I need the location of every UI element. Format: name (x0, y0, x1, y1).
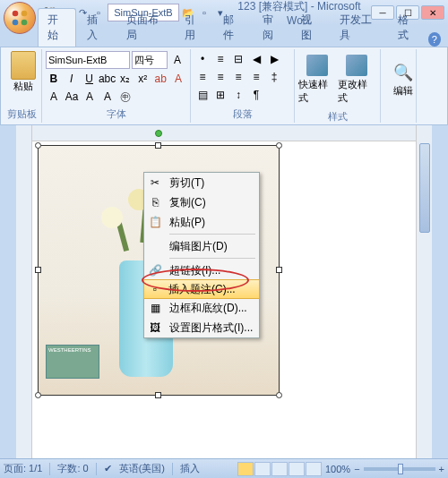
menu-copy[interactable]: ⎘复制(C) (144, 192, 259, 212)
line-spacing-button[interactable]: ‡ (266, 69, 282, 85)
resize-handle-br[interactable] (276, 392, 282, 398)
svg-point-2 (13, 20, 19, 26)
zoom-slider[interactable] (364, 467, 435, 471)
view-full-screen[interactable] (254, 462, 271, 476)
tab-review[interactable]: 审阅 (254, 9, 290, 47)
vertical-ruler[interactable] (16, 125, 32, 462)
resize-handle-bm[interactable] (155, 392, 161, 398)
numbering-button[interactable]: ≡ (212, 51, 228, 67)
ribbon-tabs: 开始 插入 页面布局 引用 邮件 审阅 视图 开发工具 格式 ? (0, 25, 448, 47)
tab-format[interactable]: 格式 (389, 9, 426, 47)
editing-button[interactable]: 🔍 编辑 (384, 51, 422, 108)
styles-group-label: 样式 (298, 108, 376, 124)
indent-left-button[interactable]: ◀ (248, 51, 264, 67)
align-center-button[interactable]: ≡ (212, 69, 228, 85)
show-marks-button[interactable]: ¶ (248, 87, 264, 103)
zoom-out-button[interactable]: − (354, 464, 359, 474)
caption-icon: ▫ (148, 282, 162, 296)
resize-handle-mr[interactable] (276, 267, 282, 273)
menu-separator (169, 234, 255, 235)
multilevel-button[interactable]: ⊟ (230, 51, 246, 67)
paste-label: 粘贴 (13, 80, 33, 93)
menu-format-picture[interactable]: 🖼设置图片格式(I)... (144, 318, 259, 337)
menu-edit-picture[interactable]: 编辑图片(D) (144, 236, 259, 256)
underline-button[interactable]: U (82, 71, 98, 87)
copy-icon: ⎘ (148, 195, 162, 209)
tab-home[interactable]: 开始 (38, 8, 76, 47)
office-button[interactable] (4, 2, 36, 34)
font-group-label: 字体 (46, 106, 186, 121)
enclosed-char-button[interactable]: ㊥ (117, 89, 134, 105)
char-border-button[interactable]: A (82, 89, 98, 105)
resize-handle-tl[interactable] (35, 142, 41, 149)
status-proofing-icon[interactable]: ✔ (104, 463, 112, 474)
view-web-layout[interactable] (271, 462, 288, 476)
view-print-layout[interactable] (237, 462, 254, 476)
resize-handle-tr[interactable] (276, 142, 282, 149)
view-outline[interactable] (289, 462, 305, 476)
vertical-scrollbar[interactable] (416, 125, 432, 462)
menu-hyperlink[interactable]: 🔗超链接(I)... (144, 260, 259, 280)
char-shading-button[interactable]: A (99, 89, 116, 105)
help-icon[interactable]: ? (428, 32, 441, 47)
change-styles-label: 更改样式 (338, 78, 375, 105)
menu-cut[interactable]: ✂剪切(T) (144, 173, 259, 192)
paste-button[interactable]: 粘贴 (6, 51, 40, 99)
zoom-level[interactable]: 100% (325, 464, 350, 474)
sort-button[interactable]: ↕ (230, 87, 246, 103)
change-styles-button[interactable]: 更改样式 (338, 51, 375, 108)
tab-developer[interactable]: 开发工具 (331, 9, 387, 47)
highlight-button[interactable]: ab (152, 71, 168, 87)
cut-icon: ✂ (148, 175, 162, 190)
editing-label: 编辑 (393, 84, 413, 98)
font-color-button[interactable]: A (170, 71, 186, 87)
ribbon: 粘贴 剪贴板 SimSun-ExtB 四号 A B I U abc x₂ x² … (0, 47, 448, 125)
status-words[interactable]: 字数: 0 (57, 462, 88, 475)
font-size-dropdown[interactable]: 四号 (132, 51, 168, 69)
status-mode[interactable]: 插入 (180, 462, 200, 475)
svg-point-3 (22, 20, 28, 26)
zoom-slider-thumb[interactable] (398, 464, 403, 474)
clipboard-group-label: 剪贴板 (6, 106, 38, 121)
tab-insert[interactable]: 插入 (78, 9, 115, 47)
phonetic-button[interactable]: Aa (64, 89, 80, 105)
scroll-thumb[interactable] (419, 143, 430, 233)
status-page[interactable]: 页面: 1/1 (4, 462, 42, 475)
align-left-button[interactable]: ≡ (194, 69, 211, 85)
resize-handle-ml[interactable] (35, 267, 41, 273)
bold-button[interactable]: B (46, 71, 62, 87)
clear-format-button[interactable]: A (46, 89, 62, 105)
resize-handle-tm[interactable] (155, 142, 161, 149)
indent-right-button[interactable]: ▶ (266, 51, 282, 67)
shading-button[interactable]: ▤ (194, 87, 211, 103)
tab-page-layout[interactable]: 页面布局 (117, 9, 174, 47)
change-styles-icon (346, 55, 367, 76)
context-menu: ✂剪切(T) ⎘复制(C) 📋粘贴(P) 编辑图片(D) 🔗超链接(I)... … (143, 172, 260, 338)
grow-font-icon[interactable]: A (169, 52, 185, 68)
italic-button[interactable]: I (64, 71, 80, 87)
superscript-button[interactable]: x² (134, 71, 151, 87)
bullets-button[interactable]: • (194, 51, 211, 67)
borders-button[interactable]: ⊞ (212, 87, 228, 103)
align-right-button[interactable]: ≡ (230, 69, 246, 85)
quick-styles-icon (306, 55, 328, 76)
group-paragraph: • ≡ ⊟ ◀ ▶ ≡ ≡ ≡ ≡ ‡ ▤ ⊞ ↕ ¶ 段落 (191, 49, 295, 123)
zoom-in-button[interactable]: + (439, 464, 444, 474)
resize-handle-bl[interactable] (35, 392, 41, 398)
book-graphic: WESTHEERTINS (46, 345, 99, 379)
rotate-handle[interactable] (155, 130, 162, 137)
justify-button[interactable]: ≡ (248, 69, 264, 85)
quick-styles-button[interactable]: 快速样式 (298, 51, 336, 108)
font-name-dropdown[interactable]: SimSun-ExtB (46, 51, 130, 69)
hyperlink-icon: 🔗 (148, 263, 162, 277)
menu-insert-caption[interactable]: ▫插入题注(C)... (143, 279, 260, 299)
menu-border-shading[interactable]: ▦边框和底纹(D)... (144, 298, 259, 318)
menu-paste[interactable]: 📋粘贴(P) (144, 212, 259, 232)
subscript-button[interactable]: x₂ (117, 71, 134, 87)
tab-view[interactable]: 视图 (292, 9, 329, 47)
tab-references[interactable]: 引用 (176, 9, 212, 47)
tab-mailings[interactable]: 邮件 (214, 9, 251, 47)
strike-button[interactable]: abc (99, 71, 116, 87)
status-language[interactable]: 英语(美国) (119, 462, 165, 475)
view-draft[interactable] (306, 462, 322, 476)
